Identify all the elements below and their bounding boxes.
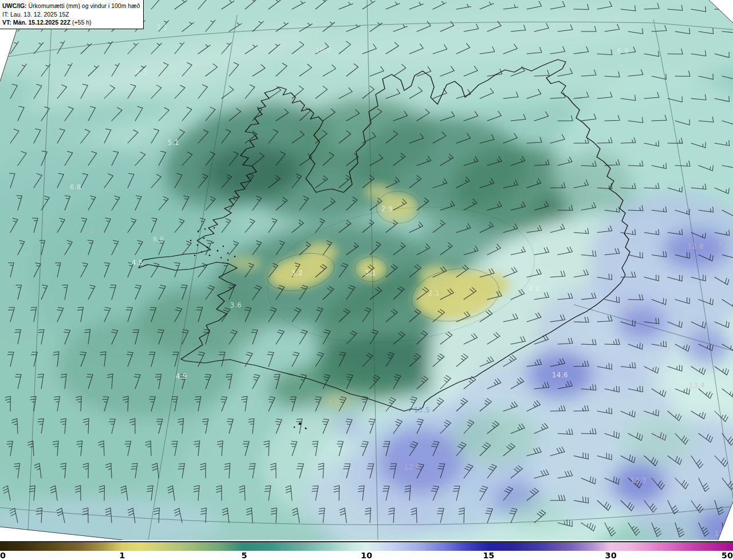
precip-value-label: 3.9 bbox=[328, 399, 339, 407]
valid-time-main: VT: Mán. 15.12.2025 22Z bbox=[2, 19, 70, 26]
colorbar-tick: 15 bbox=[483, 551, 494, 560]
weather-map: 7.110.06.88.35.16.88.98.64.52.93.23.12.1… bbox=[0, 0, 733, 560]
valid-time: VT: Mán. 15.12.2025 22Z (+55 h) bbox=[2, 18, 140, 27]
init-time: IT: Lau. 13. 12. 2025 15Z bbox=[2, 10, 140, 19]
precip-value-label: 7.1 bbox=[156, 23, 168, 31]
colorbar-tick: 10 bbox=[361, 551, 372, 560]
colorbar-gradient bbox=[0, 541, 733, 551]
colorbar-tick-labels: 01510153050 bbox=[0, 551, 733, 560]
precip-value-label: 3.6 bbox=[230, 301, 242, 309]
precip-value-label: 13.3 bbox=[630, 476, 647, 484]
valid-time-offset: (+55 h) bbox=[70, 19, 91, 26]
map-canvas: 7.110.06.88.35.16.88.98.64.52.93.23.12.1… bbox=[0, 0, 733, 540]
precip-value-label: 14.6 bbox=[552, 371, 568, 379]
precip-value-label: 3.1 bbox=[365, 269, 376, 277]
precip-value-label: 4.5 bbox=[132, 259, 143, 267]
precip-value-label: 2.1 bbox=[428, 289, 440, 297]
precip-value-label: 8.6 bbox=[153, 235, 164, 243]
product-desc: Úrkomumætti (mm) og vindur i 100m hæð bbox=[27, 2, 140, 9]
colorbar-tick: 1 bbox=[119, 551, 125, 560]
colorbar-tick: 30 bbox=[605, 551, 617, 560]
product-title: UWC/IG: Úrkomumætti (mm) og vindur i 100… bbox=[2, 2, 140, 10]
colorbar-tick: 50 bbox=[722, 551, 733, 560]
precip-value-label: 8.3 bbox=[136, 68, 147, 76]
precip-value-label: 4.9 bbox=[176, 372, 187, 380]
precip-value-label: 3.2 bbox=[291, 269, 303, 277]
product-id: UWC/IG: bbox=[2, 2, 27, 9]
precip-value-label: 7.9 bbox=[529, 433, 541, 441]
precip-value-label: 10.0 bbox=[316, 46, 332, 54]
colorbar-tick: 5 bbox=[242, 551, 247, 560]
title-box: UWC/IG: Úrkomumætti (mm) og vindur i 100… bbox=[0, 0, 144, 29]
colorbar-tick: 0 bbox=[0, 551, 6, 560]
precip-value-label: 12.8 bbox=[688, 242, 704, 250]
precip-value-label: 5.1 bbox=[168, 139, 179, 147]
precip-value-label: 7.3 bbox=[659, 344, 670, 352]
precip-value-label: 13.5 bbox=[414, 406, 430, 414]
precip-value-label: 12.6 bbox=[404, 463, 420, 471]
precip-value-label: 13.4 bbox=[689, 381, 705, 389]
precip-value-label: 2.9 bbox=[381, 205, 393, 213]
precip-value-label: 8.9 bbox=[90, 227, 101, 235]
precip-value-label: 6.8 bbox=[70, 183, 81, 191]
colorbar: 01510153050 bbox=[0, 540, 733, 560]
precip-value-label: 7.5 bbox=[529, 518, 540, 526]
precip-value-label: 4.2 bbox=[529, 285, 540, 293]
precip-value-label: 7.3 bbox=[718, 241, 729, 249]
precip-value-label: 7.6 bbox=[653, 435, 665, 443]
precip-value-label: 6.8 bbox=[617, 47, 629, 55]
precip-value-label: 13.6 bbox=[618, 305, 634, 313]
